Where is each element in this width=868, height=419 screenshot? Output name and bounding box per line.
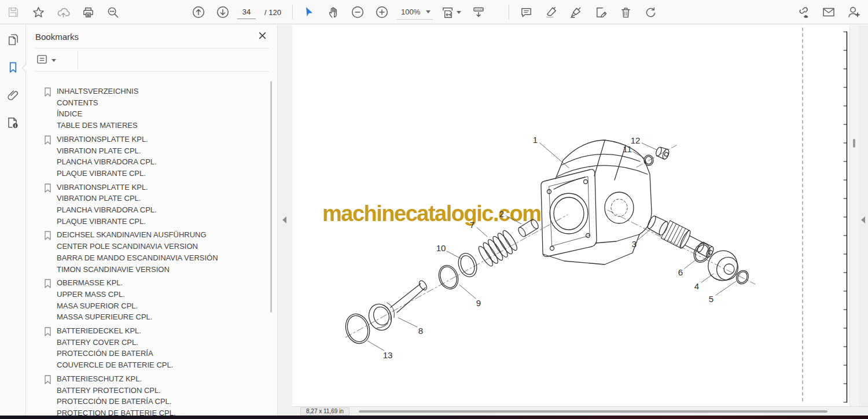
select-tool-button[interactable] bbox=[299, 2, 319, 22]
bookmark-list: INHALTSVERZEICHNISCONTENTSÍNDICETABLE DE… bbox=[27, 80, 277, 416]
add-person-icon bbox=[847, 5, 860, 19]
rotate-arrow-icon bbox=[644, 6, 657, 19]
bookmarks-scrollbar[interactable] bbox=[270, 81, 272, 313]
bookmarks-panel-header: Bookmarks bbox=[35, 25, 269, 49]
toolbar-divider bbox=[509, 5, 509, 20]
bookmark-item[interactable]: VIBRATIONSPLATTE KPL.VIBRATION PLATE CPL… bbox=[44, 182, 277, 227]
bookmark-flag-icon bbox=[44, 325, 52, 371]
top-toolbar: 34 / 120 100% bbox=[0, 0, 868, 24]
plus-circle-icon bbox=[375, 5, 389, 19]
binding-tick-ruler bbox=[844, 32, 847, 402]
hand-icon bbox=[327, 6, 340, 19]
email-button[interactable] bbox=[819, 2, 838, 22]
zoom-out-button[interactable] bbox=[348, 2, 367, 22]
continuous-scroll-icon bbox=[472, 5, 486, 19]
redo-button[interactable] bbox=[641, 2, 660, 22]
attachments-tab[interactable] bbox=[3, 85, 23, 105]
next-page-button[interactable] bbox=[213, 2, 233, 22]
svg-text:5: 5 bbox=[709, 294, 713, 304]
bookmark-flag-icon bbox=[44, 134, 52, 179]
horizontal-scrollbar-thumb[interactable] bbox=[359, 410, 827, 413]
bookmark-item-lines: BATTERIESCHUTZ KPL.BATTERY PROTECTION CP… bbox=[57, 373, 176, 416]
arrow-down-circle-icon bbox=[216, 5, 230, 19]
bushing-part-2 bbox=[517, 218, 539, 238]
close-icon bbox=[258, 31, 267, 42]
svg-text:8: 8 bbox=[418, 326, 423, 336]
share-with-people-button[interactable] bbox=[844, 2, 863, 22]
vertical-scrollbar[interactable] bbox=[849, 25, 859, 406]
bookmarks-options-bar bbox=[35, 49, 269, 72]
ring-part-10 bbox=[455, 251, 480, 280]
fill-and-sign-button[interactable] bbox=[591, 2, 610, 22]
svg-text:11: 11 bbox=[623, 144, 632, 154]
fit-width-button[interactable] bbox=[437, 2, 464, 22]
bookmark-flag-icon bbox=[44, 373, 52, 416]
document-status-bar: 8,27 x 11,69 in bbox=[292, 406, 868, 416]
panel-title: Bookmarks bbox=[35, 32, 79, 42]
chevron-down-icon bbox=[457, 11, 461, 14]
star-bookmark-button[interactable] bbox=[28, 2, 48, 22]
ring-part-5 bbox=[734, 269, 751, 286]
svg-text:12: 12 bbox=[631, 135, 641, 145]
document-page[interactable]: machinecatalogic.com bbox=[292, 25, 849, 406]
pages-icon bbox=[6, 33, 20, 46]
zoom-level-select[interactable]: 100% bbox=[396, 5, 433, 20]
spring-part-7 bbox=[476, 229, 520, 269]
chevron-down-icon bbox=[426, 10, 431, 13]
svg-text:2: 2 bbox=[499, 209, 504, 219]
svg-text:10: 10 bbox=[436, 243, 446, 253]
bookmark-item-lines: VIBRATIONSPLATTE KPL.VIBRATION PLATE CPL… bbox=[57, 134, 157, 179]
bookmark-item[interactable]: BATTERIESCHUTZ KPL.BATTERY PROTECTION CP… bbox=[44, 373, 277, 416]
bookmark-flag-icon bbox=[44, 229, 52, 275]
comment-button[interactable] bbox=[516, 2, 536, 22]
close-panel-button[interactable] bbox=[256, 31, 268, 42]
bookmark-item[interactable]: VIBRATIONSPLATTE KPL.VIBRATION PLATE CPL… bbox=[44, 134, 277, 179]
cloud-upload-button[interactable] bbox=[53, 2, 73, 22]
bookmark-item[interactable]: OBERMASSE KPL.UPPER MASS CPL.MASA SUPERI… bbox=[44, 277, 277, 323]
bookmark-item-lines: INHALTSVERZEICHNISCONTENTSÍNDICETABLE DE… bbox=[57, 86, 138, 131]
previous-page-button[interactable] bbox=[189, 2, 208, 22]
bookmark-item[interactable]: BATTERIEDECKEL KPL.BATTERY COVER CPL.PRO… bbox=[44, 325, 277, 371]
scroll-mode-button[interactable] bbox=[469, 2, 488, 22]
ink-signature-button[interactable] bbox=[566, 2, 586, 22]
cursor-arrow-icon bbox=[303, 6, 315, 19]
collapse-right-panel-icon[interactable] bbox=[861, 216, 865, 223]
share-link-button[interactable] bbox=[794, 2, 814, 22]
bookmark-item[interactable]: INHALTSVERZEICHNISCONTENTSÍNDICETABLE DE… bbox=[44, 86, 277, 131]
delete-button[interactable] bbox=[616, 2, 635, 22]
page-thumbnails-tab[interactable] bbox=[3, 30, 23, 49]
bookmark-flag-icon bbox=[44, 182, 52, 227]
options-separator bbox=[78, 51, 78, 69]
collapse-left-panel-icon[interactable] bbox=[282, 216, 286, 223]
zoom-in-button[interactable] bbox=[372, 2, 392, 22]
save-button[interactable] bbox=[3, 2, 23, 22]
bookmarks-panel: Bookmarks INHALTSVERZEICHNISCONTENTSÍNDI… bbox=[27, 25, 278, 416]
link-cloud-icon bbox=[797, 5, 811, 19]
page-number-input[interactable]: 34 bbox=[237, 5, 256, 19]
bookmark-options-button[interactable] bbox=[36, 53, 56, 68]
toolbar-divider bbox=[292, 5, 293, 20]
print-button[interactable] bbox=[78, 2, 98, 22]
svg-text:13: 13 bbox=[383, 350, 393, 360]
bookmark-item-lines: DEICHSEL SKANDINAVIEN AUSFÜHRUNGCENTER P… bbox=[57, 229, 218, 275]
document-info-tab[interactable] bbox=[3, 113, 23, 133]
minus-circle-icon bbox=[351, 5, 365, 19]
bookmark-item[interactable]: DEICHSEL SKANDINAVIEN AUSFÜHRUNGCENTER P… bbox=[44, 229, 277, 275]
gear-shaft-part-3 bbox=[645, 212, 716, 262]
document-info-icon bbox=[6, 116, 20, 130]
hand-tool-button[interactable] bbox=[323, 2, 343, 22]
callout-labels: 12345678910111213 bbox=[367, 135, 736, 360]
taskbar-edge bbox=[0, 416, 868, 419]
right-panel-splitter[interactable] bbox=[859, 25, 868, 416]
search-button[interactable] bbox=[103, 2, 123, 22]
bookmarks-tab[interactable] bbox=[3, 57, 23, 77]
panel-splitter[interactable] bbox=[278, 25, 292, 416]
svg-text:3: 3 bbox=[632, 239, 637, 249]
vertical-scrollbar-thumb[interactable] bbox=[853, 139, 855, 148]
bookmark-item-lines: OBERMASSE KPL.UPPER MASS CPL.MASA SUPERI… bbox=[57, 277, 152, 323]
paperclip-icon bbox=[6, 89, 20, 102]
page-count-label: / 120 bbox=[264, 8, 281, 17]
bookmark-flag-icon bbox=[44, 86, 52, 131]
highlight-button[interactable] bbox=[541, 2, 561, 22]
signature-pen-icon bbox=[569, 6, 583, 19]
